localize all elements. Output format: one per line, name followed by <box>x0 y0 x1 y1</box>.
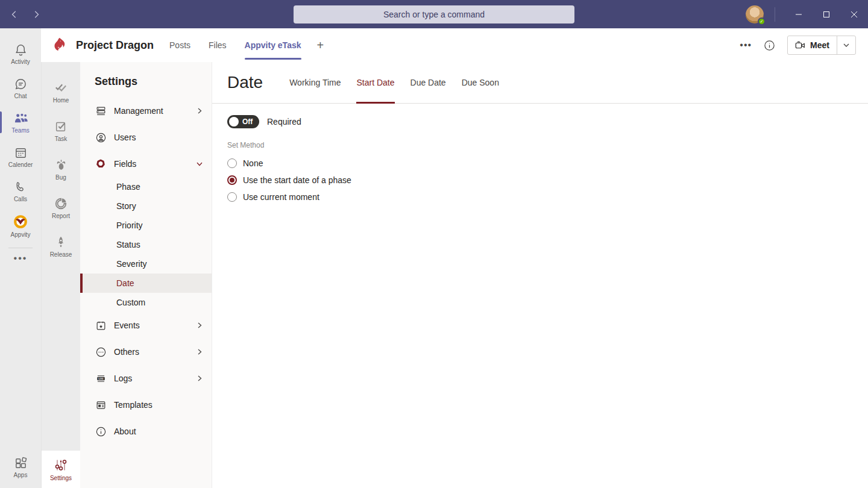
back-icon[interactable] <box>10 10 19 19</box>
sidebar-item-activity[interactable]: Activity <box>0 37 41 71</box>
settings-item-label: Others <box>114 347 139 357</box>
settings-item-templates[interactable]: Templates <box>80 392 212 418</box>
forward-icon[interactable] <box>31 10 41 19</box>
management-icon <box>95 105 107 117</box>
sidebar-item-apps[interactable]: Apps <box>0 450 41 484</box>
tab-due-soon[interactable]: Due Soon <box>462 62 499 103</box>
fields-icon <box>95 158 107 169</box>
required-label: Required <box>267 117 301 127</box>
sidebar-item-chat[interactable]: Chat <box>0 71 41 105</box>
sidebar-item-label: Calender <box>8 161 33 168</box>
tab-label: Files <box>209 40 227 50</box>
meet-button[interactable]: Meet <box>787 36 856 55</box>
settings-item-management[interactable]: Management <box>80 98 212 124</box>
rail-item-home[interactable]: Home <box>42 73 80 111</box>
titlebar-divider <box>775 7 775 22</box>
events-icon <box>95 320 107 331</box>
chevron-down-icon <box>196 160 203 167</box>
about-info-icon <box>95 426 107 437</box>
rail-item-task[interactable]: Task <box>42 111 80 150</box>
settings-subitem-status[interactable]: Status <box>80 235 212 254</box>
chevron-right-icon <box>196 348 203 355</box>
required-toggle[interactable]: Off <box>227 115 259 128</box>
minimize-button[interactable] <box>785 0 813 28</box>
settings-title: Settings <box>80 75 212 98</box>
settings-subitem-story[interactable]: Story <box>80 196 212 216</box>
date-tabs: Working Time Start Date Due Date Due Soo… <box>289 62 499 103</box>
chevron-right-icon <box>196 375 203 382</box>
settings-item-label: Events <box>114 321 140 330</box>
rail-item-label: Task <box>55 136 68 142</box>
channel-header: Project Dragon Posts Files Appvity eTask… <box>41 28 868 62</box>
add-tab-button[interactable]: + <box>317 39 324 52</box>
sidebar-item-calls[interactable]: Calls <box>0 174 41 208</box>
sidebar-item-appvity[interactable]: Appvity <box>0 208 41 243</box>
toggle-state-label: Off <box>242 117 253 126</box>
tab-appvity-etask[interactable]: Appvity eTask <box>245 28 301 62</box>
settings-item-others[interactable]: Others <box>80 339 212 365</box>
subitem-label: Phase <box>116 182 140 192</box>
chat-icon <box>14 77 28 91</box>
subitem-label: Status <box>116 240 140 249</box>
others-icon <box>95 346 107 358</box>
title-bar: ✓ <box>0 0 868 28</box>
settings-item-logs[interactable]: LOG Logs <box>80 365 212 392</box>
radio-option-start-date-of-phase[interactable]: Use the start date of a phase <box>227 172 868 189</box>
close-button[interactable] <box>840 0 868 28</box>
channel-more-icon[interactable]: ••• <box>740 40 752 51</box>
chevron-right-icon <box>196 107 203 114</box>
users-icon <box>95 132 107 143</box>
rail-item-report[interactable]: Report <box>42 189 80 227</box>
tab-label: Due Date <box>410 78 446 87</box>
rail-item-settings[interactable]: Settings <box>42 451 80 488</box>
radio-icon <box>227 158 237 168</box>
tab-underline <box>245 58 301 60</box>
sidebar-item-calendar[interactable]: Calender <box>0 140 41 174</box>
radio-option-none[interactable]: None <box>227 155 868 172</box>
subitem-label: Severity <box>116 259 147 269</box>
settings-subitem-custom[interactable]: Custom <box>80 293 212 312</box>
rail-item-release[interactable]: Release <box>42 227 80 266</box>
avatar[interactable]: ✓ <box>746 5 764 23</box>
chevron-right-icon <box>196 322 203 329</box>
radio-option-current-moment[interactable]: Use current moment <box>227 189 868 205</box>
settings-subitem-priority[interactable]: Priority <box>80 216 212 235</box>
settings-item-about[interactable]: About <box>80 418 212 445</box>
settings-item-users[interactable]: Users <box>80 124 212 151</box>
sidebar-item-teams[interactable]: Teams <box>0 105 41 140</box>
page-title: Date <box>227 73 263 92</box>
tab-label: Appvity eTask <box>245 40 301 50</box>
radio-label: Use current moment <box>243 192 319 202</box>
radio-label: None <box>243 158 263 168</box>
settings-subitem-severity[interactable]: Severity <box>80 254 212 274</box>
maximize-button[interactable] <box>813 0 840 28</box>
settings-item-label: Users <box>114 133 136 142</box>
date-settings-header: Date Working Time Start Date Due Date <box>212 62 868 104</box>
channel-info-icon[interactable] <box>764 40 775 51</box>
rail-item-label: Settings <box>50 475 72 481</box>
tab-working-time[interactable]: Working Time <box>289 62 341 103</box>
tab-start-date[interactable]: Start Date <box>356 62 394 103</box>
tab-posts[interactable]: Posts <box>169 28 190 62</box>
sidebar-item-label: Activity <box>11 58 30 65</box>
chevron-down-icon <box>843 42 850 49</box>
radio-icon <box>227 192 237 202</box>
settings-item-label: About <box>114 427 136 436</box>
rail-item-bug[interactable]: Bug <box>42 150 80 189</box>
meet-dropdown-button[interactable] <box>837 36 855 54</box>
radio-selected-icon <box>227 175 237 185</box>
tab-files[interactable]: Files <box>209 28 227 62</box>
search-input[interactable] <box>294 5 574 23</box>
settings-item-fields[interactable]: Fields <box>80 151 212 177</box>
settings-item-events[interactable]: Events <box>80 312 212 339</box>
radio-label: Use the start date of a phase <box>243 175 351 185</box>
sidebar-item-label: Appvity <box>11 231 31 238</box>
settings-subitem-phase[interactable]: Phase <box>80 177 212 196</box>
tab-due-date[interactable]: Due Date <box>410 62 446 103</box>
sidebar-item-label: Teams <box>11 127 29 134</box>
settings-subitem-date[interactable]: Date <box>80 274 212 293</box>
more-apps-icon[interactable]: ••• <box>14 253 28 270</box>
bug-icon <box>54 158 68 172</box>
apps-grid-icon <box>14 456 28 470</box>
settings-item-label: Fields <box>114 159 136 169</box>
